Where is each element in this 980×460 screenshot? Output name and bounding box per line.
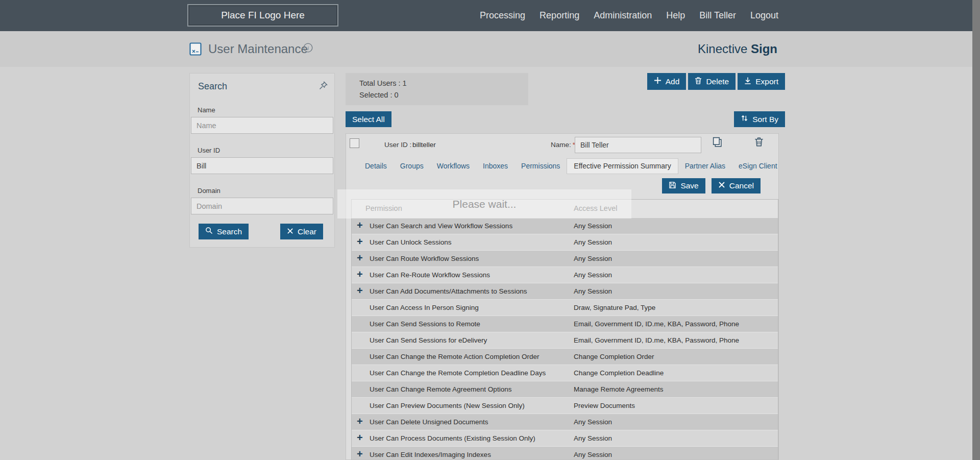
expand-icon[interactable]: + (357, 416, 363, 427)
access-level-cell: Any Session (574, 287, 612, 295)
top-actions: Add Delete Export (647, 73, 785, 90)
nav-item-help[interactable]: Help (666, 10, 685, 21)
access-level-cell: Manage Remote Agreements (574, 385, 664, 393)
nav-item-administration[interactable]: Administration (594, 10, 652, 21)
export-button[interactable]: Export (738, 73, 785, 90)
cancel-button[interactable]: Cancel (712, 178, 761, 193)
card-actions: Save Cancel (662, 178, 761, 193)
permission-cell: User Can Delete Unsigned Documents (370, 418, 488, 426)
expand-icon[interactable]: + (357, 285, 363, 297)
sort-icon (741, 114, 748, 124)
expand-icon[interactable]: + (357, 448, 363, 459)
nav-item-processing[interactable]: Processing (480, 10, 525, 21)
permission-cell: User Can Route Workflow Sessions (370, 255, 479, 262)
page-title: User Maintenance (208, 42, 308, 56)
permission-cell: User Can Process Documents (Existing Ses… (370, 434, 535, 442)
user-id-label: User ID (198, 147, 334, 154)
table-row[interactable]: User Can Access In Person SigningDraw, S… (352, 299, 778, 316)
plus-icon (654, 77, 662, 86)
name-label: Name (198, 106, 334, 114)
permission-cell: User Can Send Sessions for eDelivery (370, 336, 487, 344)
tab-effective-permission-summary[interactable]: Effective Permission Summary (567, 158, 678, 174)
please-wait-text: Please wait... (453, 198, 517, 210)
table-row[interactable]: +User Can Edit Indexes/Imaging IndexesAn… (352, 446, 778, 459)
page-header: User Maintenance i Kinective Sign (0, 31, 972, 67)
search-panel-title: Search (198, 81, 227, 92)
permission-cell: User Can Edit Indexes/Imaging Indexes (370, 451, 491, 458)
user-card: User ID : billteller Name:* DetailsGroup… (346, 133, 779, 460)
tab-permissions[interactable]: Permissions (514, 158, 567, 174)
search-button[interactable]: Search (199, 224, 249, 239)
access-level-cell: Change Completion Order (574, 353, 654, 360)
delete-button[interactable]: Delete (688, 73, 736, 90)
sort-by-button[interactable]: Sort By (734, 111, 785, 127)
access-level-cell: Any Session (574, 238, 612, 246)
table-row[interactable]: User Can Send Sessions for eDeliveryEmai… (352, 332, 778, 348)
nav-item-bill-teller[interactable]: Bill Teller (699, 10, 736, 21)
table-row[interactable]: User Can Preview Documents (New Session … (352, 397, 778, 414)
access-level-cell: Draw, Signature Pad, Type (574, 304, 655, 311)
fi-logo-text: Place FI Logo Here (221, 10, 305, 21)
permission-cell: User Can Preview Documents (New Session … (370, 402, 525, 409)
trash-icon (754, 141, 764, 149)
tab-workflows[interactable]: Workflows (430, 158, 476, 174)
permission-cell: User Can Access In Person Signing (370, 304, 479, 311)
table-row[interactable]: User Can Change the Remote Completion De… (352, 365, 778, 381)
table-row[interactable]: +User Can Process Documents (Existing Se… (352, 430, 778, 446)
tab-esign-client[interactable]: eSign Client (732, 158, 784, 174)
copy-user-button[interactable] (713, 137, 722, 149)
nav-item-reporting[interactable]: Reporting (540, 10, 579, 21)
table-body: +User Can Search and View Workflow Sessi… (352, 217, 778, 459)
expand-icon[interactable]: + (357, 252, 363, 264)
tab-partner-alias[interactable]: Partner Alias (678, 158, 732, 174)
name-input[interactable] (191, 117, 333, 134)
pin-icon[interactable] (319, 81, 328, 92)
user-checkbox[interactable] (350, 138, 359, 148)
table-row[interactable]: +User Can Unlock SessionsAny Session (352, 234, 778, 250)
table-row[interactable]: +User Can Delete Unsigned DocumentsAny S… (352, 414, 778, 430)
expand-icon[interactable]: + (357, 269, 363, 280)
delete-user-button[interactable] (754, 137, 764, 149)
domain-input[interactable] (191, 198, 333, 214)
access-level-cell: Any Session (574, 434, 612, 442)
user-id-value: billteller (412, 141, 436, 149)
info-icon[interactable]: i (303, 43, 313, 55)
tab-details[interactable]: Details (358, 158, 394, 174)
permission-cell: User Can Unlock Sessions (370, 238, 452, 246)
table-row[interactable]: +User Can Re-Route Workflow SessionsAny … (352, 267, 778, 283)
permission-cell: User Can Change the Remote Completion De… (370, 369, 546, 377)
access-level-cell: Email, Government ID, ID.me, KBA, Passwo… (574, 320, 739, 328)
x-icon (287, 227, 293, 236)
access-level-cell: Any Session (574, 271, 612, 279)
select-all-button[interactable]: Select All (346, 111, 391, 127)
permission-cell: User Can Search and View Workflow Sessio… (370, 222, 512, 230)
expand-icon[interactable]: + (357, 432, 363, 444)
save-button[interactable]: Save (662, 178, 705, 193)
tab-bar: DetailsGroupsWorkflowsInboxesPermissions… (346, 158, 778, 174)
tab-inboxes[interactable]: Inboxes (476, 158, 514, 174)
tab-groups[interactable]: Groups (394, 158, 430, 174)
user-name-input[interactable] (575, 137, 701, 153)
table-row[interactable]: User Can Change Remote Agreement Options… (352, 381, 778, 397)
table-row[interactable]: +User Can Search and View Workflow Sessi… (352, 217, 778, 234)
table-row[interactable]: +User Can Route Workflow SessionsAny Ses… (352, 250, 778, 267)
permission-cell: User Can Send Sessions to Remote (370, 320, 480, 328)
access-level-cell: Any Session (574, 222, 612, 230)
topbar-nav: ProcessingReportingAdministrationHelpBil… (480, 0, 778, 31)
total-users-text: Total Users : 1 (359, 79, 528, 87)
table-row[interactable]: User Can Send Sessions to RemoteEmail, G… (352, 316, 778, 332)
trash-icon (695, 77, 702, 87)
access-level-cell: Preview Documents (574, 402, 635, 409)
user-id-input[interactable] (191, 157, 333, 174)
table-row[interactable]: User Can Change the Remote Action Comple… (352, 348, 778, 365)
please-wait-overlay: Please wait... (337, 189, 631, 219)
expand-icon[interactable]: + (357, 236, 363, 248)
clear-button[interactable]: Clear (280, 224, 323, 239)
brand-regular: Kinective (698, 42, 751, 56)
add-button[interactable]: Add (647, 73, 687, 90)
table-row[interactable]: +User Can Add Documents/Attachments to S… (352, 283, 778, 299)
nav-item-logout[interactable]: Logout (750, 10, 778, 21)
expand-icon[interactable]: + (357, 220, 363, 231)
access-level-cell: Any Session (574, 255, 612, 262)
domain-label: Domain (198, 187, 334, 195)
